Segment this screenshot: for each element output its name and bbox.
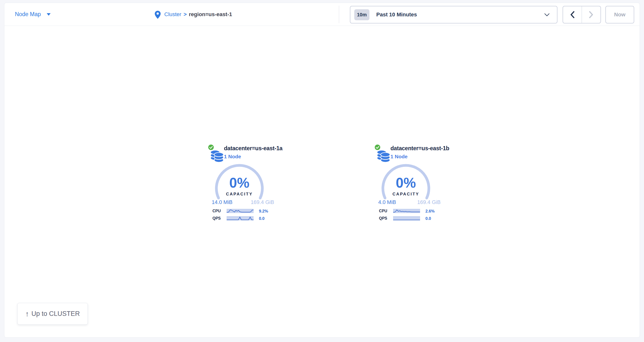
breadcrumb-current: region=us-east-1 (189, 11, 232, 17)
up-to-cluster-button[interactable]: ↑ Up to CLUSTER (17, 303, 88, 325)
capacity-values: 14.0 MiB 169.4 GiB (212, 199, 274, 205)
capacity-total: 169.4 GiB (417, 199, 440, 205)
capacity-values: 4.0 MiB 169.4 GiB (378, 199, 440, 205)
capacity-used: 4.0 MiB (378, 199, 396, 205)
cpu-label: CPU (379, 209, 387, 213)
qps-metric-row: QPS 0.0 (374, 216, 448, 221)
breadcrumb-cluster-link[interactable]: Cluster (164, 11, 182, 17)
node-map-panel: Node Map Cluster > region=us-east-1 10m … (4, 3, 640, 338)
view-selector-dropdown[interactable]: Node Map (15, 11, 50, 17)
arrow-up-icon: ↑ (25, 310, 29, 318)
locality-title: datacenter=us-east-1b (390, 145, 450, 152)
qps-label: QPS (379, 216, 387, 221)
qps-sparkline (227, 216, 254, 220)
time-window-selector[interactable]: 10m Past 10 Minutes (350, 6, 558, 23)
capacity-percentage: 0% (214, 176, 265, 190)
chevron-down-icon (544, 13, 550, 16)
capacity-used: 14.0 MiB (212, 199, 232, 205)
breadcrumb: Cluster > region=us-east-1 (155, 3, 232, 26)
up-to-cluster-label: Up to CLUSTER (31, 310, 80, 318)
time-next-button[interactable] (582, 6, 600, 23)
cpu-sparkline (227, 209, 254, 213)
caret-down-icon (47, 13, 50, 16)
capacity-percentage: 0% (380, 176, 432, 190)
qps-label: QPS (212, 216, 221, 221)
view-selector-label: Node Map (15, 11, 41, 17)
database-stack-icon (376, 150, 390, 163)
capacity-label: CAPACITY (214, 192, 265, 197)
time-pager (562, 6, 601, 23)
database-stack-icon (210, 150, 224, 163)
time-prev-button[interactable] (563, 6, 582, 23)
cpu-value: 9.2% (259, 209, 268, 214)
chevron-right-icon (589, 11, 594, 18)
now-button-label: Now (614, 11, 626, 18)
locality-node-count: 1 Node (224, 154, 241, 160)
capacity-total: 169.4 GiB (250, 199, 274, 205)
location-pin-icon (155, 11, 161, 19)
qps-sparkline (393, 216, 420, 220)
cpu-metric-row: CPU 9.2% (208, 209, 281, 213)
capacity-gauge-texts: 0% CAPACITY (380, 176, 432, 197)
cpu-label: CPU (212, 209, 221, 213)
time-window-label: Past 10 Minutes (376, 11, 417, 18)
cpu-value: 2.6% (426, 209, 435, 214)
cpu-metric-row: CPU 2.6% (374, 209, 448, 213)
locality-card-us-east-1a[interactable]: datacenter=us-east-1a 1 Node 0% CAPACITY… (208, 144, 281, 225)
locality-title: datacenter=us-east-1a (224, 145, 282, 152)
chevron-left-icon (570, 11, 574, 18)
topbar: Node Map Cluster > region=us-east-1 10m … (4, 3, 640, 26)
cpu-sparkline (393, 209, 420, 213)
breadcrumb-separator: > (184, 11, 187, 17)
header-divider (339, 5, 339, 23)
locality-node-count: 1 Node (390, 154, 408, 160)
qps-value: 0.0 (259, 216, 264, 221)
qps-value: 0.0 (426, 216, 431, 221)
qps-metric-row: QPS 0.0 (208, 216, 281, 221)
capacity-gauge-texts: 0% CAPACITY (214, 176, 265, 197)
now-button[interactable]: Now (605, 6, 634, 23)
capacity-label: CAPACITY (380, 192, 432, 197)
locality-card-us-east-1b[interactable]: datacenter=us-east-1b 1 Node 0% CAPACITY… (374, 144, 448, 225)
time-window-badge: 10m (354, 9, 370, 20)
